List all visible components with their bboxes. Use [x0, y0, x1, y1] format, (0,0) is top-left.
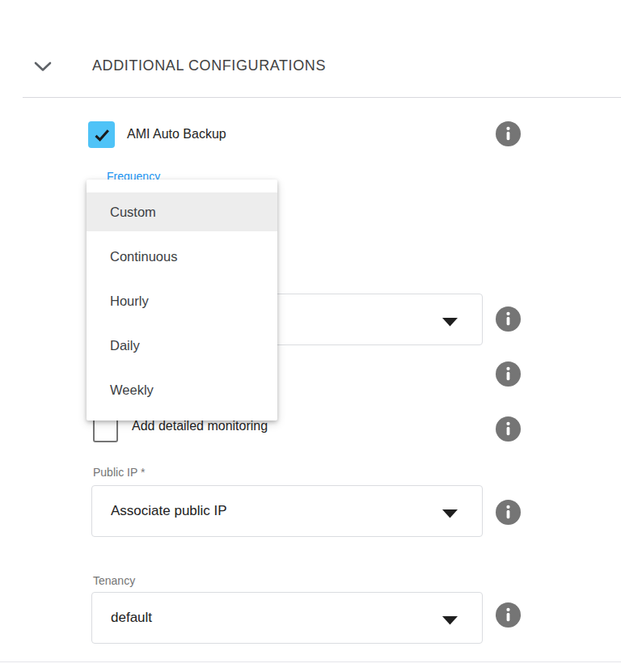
section-collapse-button[interactable]: [29, 55, 57, 78]
ami-backup-info-button[interactable]: [496, 121, 521, 146]
chevron-down-icon: [34, 61, 52, 72]
frequency-menu: CustomContinuousHourlyDailyWeekly: [87, 180, 277, 421]
detailed-monitoring-info-button[interactable]: [496, 416, 521, 442]
frequency-option-custom[interactable]: Custom: [87, 192, 277, 231]
public-ip-label: Public IP *: [93, 467, 145, 478]
tenancy-value: default: [111, 610, 152, 626]
caret-down-icon: [441, 614, 458, 623]
public-ip-info-button[interactable]: [496, 500, 521, 525]
section-divider: [23, 97, 621, 98]
info-icon: [496, 361, 521, 387]
caret-down-icon: [441, 507, 458, 517]
info-icon: [496, 121, 521, 146]
section-title: ADDITIONAL CONFIGURATIONS: [92, 57, 326, 74]
frequency-option-hourly[interactable]: Hourly: [87, 281, 277, 320]
caret-down-icon: [441, 315, 458, 325]
tenancy-label: Tenancy: [93, 575, 135, 586]
public-ip-select[interactable]: Associate public IP: [91, 485, 483, 537]
public-ip-value: Associate public IP: [111, 503, 227, 519]
frequency-option-weekly[interactable]: Weekly: [87, 370, 277, 409]
frequency-option-continuous[interactable]: Continuous: [87, 237, 277, 276]
frequency-option-daily[interactable]: Daily: [87, 326, 277, 365]
info-icon: [496, 602, 521, 628]
bottom-divider: [0, 661, 621, 662]
tenancy-info-button[interactable]: [496, 602, 521, 628]
additional-configurations-panel: ADDITIONAL CONFIGURATIONS AMI Auto Backu…: [0, 0, 621, 672]
info-icon: [496, 306, 521, 332]
info-icon: [496, 416, 521, 442]
hidden-row-info-button[interactable]: [496, 361, 521, 387]
detailed-monitoring-checkbox[interactable]: [93, 417, 118, 442]
tenancy-select[interactable]: default: [91, 592, 483, 644]
detailed-monitoring-label: Add detailed monitoring: [132, 418, 268, 434]
checkmark-icon: [92, 125, 112, 145]
ami-auto-backup-label: AMI Auto Backup: [127, 126, 226, 142]
hidden-select-info-button[interactable]: [496, 306, 521, 332]
ami-auto-backup-checkbox[interactable]: [88, 121, 115, 148]
info-icon: [496, 500, 521, 525]
